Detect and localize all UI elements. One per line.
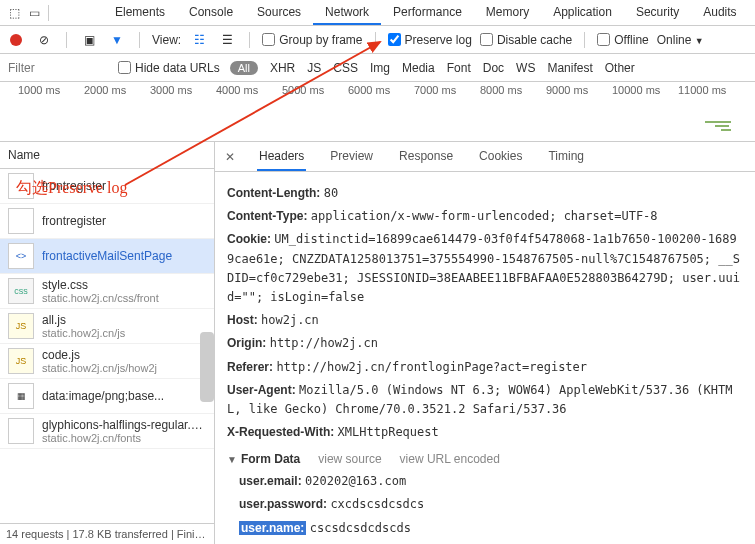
file-domain: static.how2j.cn/js bbox=[42, 327, 125, 339]
file-name: code.js bbox=[42, 348, 157, 362]
filter-type-js[interactable]: JS bbox=[307, 61, 321, 75]
form-data-section[interactable]: ▼Form Data bbox=[227, 452, 300, 466]
request-row[interactable]: JSall.jsstatic.how2j.cn/js bbox=[0, 309, 214, 344]
detail-tab-headers[interactable]: Headers bbox=[257, 143, 306, 171]
status-bar: 14 requests | 17.8 KB transferred | Fini… bbox=[0, 523, 214, 544]
separator bbox=[584, 32, 585, 48]
timeline-tick: 11000 ms bbox=[678, 84, 744, 96]
file-type-icon bbox=[8, 208, 34, 234]
timeline-tick: 9000 ms bbox=[546, 84, 612, 96]
file-type-icon: css bbox=[8, 278, 34, 304]
disable-cache-checkbox[interactable]: Disable cache bbox=[480, 33, 572, 47]
filter-type-css[interactable]: CSS bbox=[333, 61, 358, 75]
timeline-tick: 3000 ms bbox=[150, 84, 216, 96]
inspect-icon[interactable]: ⬚ bbox=[4, 3, 24, 23]
timeline-tick: 8000 ms bbox=[480, 84, 546, 96]
filter-type-manifest[interactable]: Manifest bbox=[547, 61, 592, 75]
file-type-icon bbox=[8, 418, 34, 444]
form-data-entry: user.name: cscsdcsdcdscds bbox=[239, 519, 743, 538]
scrollbar[interactable] bbox=[200, 332, 214, 402]
filter-toggle-icon[interactable]: ▼ bbox=[107, 30, 127, 50]
devtools-tab-bar: ⬚ ▭ ElementsConsoleSourcesNetworkPerform… bbox=[0, 0, 755, 26]
filter-input[interactable] bbox=[8, 61, 108, 75]
file-domain: static.how2j.cn/js/how2j bbox=[42, 362, 157, 374]
file-type-icon: JS bbox=[8, 313, 34, 339]
tab-audits[interactable]: Audits bbox=[691, 1, 748, 25]
file-name: data:image/png;base... bbox=[42, 389, 164, 403]
request-row[interactable]: glyphicons-halflings-regular.wofstatic.h… bbox=[0, 414, 214, 449]
throttling-select[interactable]: Online ▼ bbox=[657, 33, 704, 47]
timeline-tick: 1000 ms bbox=[18, 84, 84, 96]
file-name: all.js bbox=[42, 313, 125, 327]
tab-sources[interactable]: Sources bbox=[245, 1, 313, 25]
record-button[interactable] bbox=[6, 30, 26, 50]
form-data-entry: user.email: 020202@163.com bbox=[239, 472, 743, 491]
filter-type-img[interactable]: Img bbox=[370, 61, 390, 75]
preserve-log-checkbox[interactable]: Preserve log bbox=[388, 33, 472, 47]
timeline-tick: 10000 ms bbox=[612, 84, 678, 96]
header-entry: X-Requested-With: XMLHttpRequest bbox=[227, 423, 743, 442]
header-entry: User-Agent: Mozilla/5.0 (Windows NT 6.3;… bbox=[227, 381, 743, 419]
timeline-overview[interactable]: 1000 ms2000 ms3000 ms4000 ms5000 ms6000 … bbox=[0, 82, 755, 142]
file-name: frontregister bbox=[42, 179, 106, 193]
timeline-bars bbox=[705, 119, 731, 133]
device-toggle-icon[interactable]: ▭ bbox=[24, 3, 44, 23]
close-detail-icon[interactable]: ✕ bbox=[221, 150, 239, 164]
tab-memory[interactable]: Memory bbox=[474, 1, 541, 25]
file-name: glyphicons-halflings-regular.wof bbox=[42, 418, 206, 432]
detail-tab-preview[interactable]: Preview bbox=[328, 143, 375, 171]
tab-network[interactable]: Network bbox=[313, 1, 381, 25]
timeline-tick: 2000 ms bbox=[84, 84, 150, 96]
view-label: View: bbox=[152, 33, 181, 47]
request-row[interactable]: JScode.jsstatic.how2j.cn/js/how2j bbox=[0, 344, 214, 379]
large-rows-icon[interactable]: ☷ bbox=[189, 30, 209, 50]
headers-panel: Content-Length: 80Content-Type: applicat… bbox=[215, 172, 755, 544]
tab-elements[interactable]: Elements bbox=[103, 1, 177, 25]
file-type-icon: JS bbox=[8, 348, 34, 374]
filter-type-doc[interactable]: Doc bbox=[483, 61, 504, 75]
offline-checkbox[interactable]: Offline bbox=[597, 33, 648, 47]
tab-performance[interactable]: Performance bbox=[381, 1, 474, 25]
detail-tab-response[interactable]: Response bbox=[397, 143, 455, 171]
request-row[interactable]: frontregister bbox=[0, 169, 214, 204]
waterfall-icon[interactable]: ☰ bbox=[217, 30, 237, 50]
filter-type-all[interactable]: All bbox=[230, 61, 258, 75]
timeline-tick: 5000 ms bbox=[282, 84, 348, 96]
tab-application[interactable]: Application bbox=[541, 1, 624, 25]
name-column-header[interactable]: Name bbox=[0, 142, 214, 169]
request-row[interactable]: ▦data:image/png;base... bbox=[0, 379, 214, 414]
header-entry: Host: how2j.cn bbox=[227, 311, 743, 330]
header-entry: Referer: http://how2j.cn/frontloginPage?… bbox=[227, 358, 743, 377]
capture-screenshot-icon[interactable]: ▣ bbox=[79, 30, 99, 50]
clear-icon[interactable]: ⊘ bbox=[34, 30, 54, 50]
filter-type-media[interactable]: Media bbox=[402, 61, 435, 75]
tab-security[interactable]: Security bbox=[624, 1, 691, 25]
timeline-tick: 6000 ms bbox=[348, 84, 414, 96]
group-by-frame-checkbox[interactable]: Group by frame bbox=[262, 33, 362, 47]
tab-console[interactable]: Console bbox=[177, 1, 245, 25]
view-source-link[interactable]: view source bbox=[318, 452, 381, 466]
request-row[interactable]: <>frontactiveMailSentPage bbox=[0, 239, 214, 274]
file-name: frontactiveMailSentPage bbox=[42, 249, 172, 263]
timeline-tick: 4000 ms bbox=[216, 84, 282, 96]
detail-tab-timing[interactable]: Timing bbox=[546, 143, 586, 171]
file-name: frontregister bbox=[42, 214, 106, 228]
file-domain: static.how2j.cn/fonts bbox=[42, 432, 206, 444]
filter-type-other[interactable]: Other bbox=[605, 61, 635, 75]
file-type-icon bbox=[8, 173, 34, 199]
detail-tab-cookies[interactable]: Cookies bbox=[477, 143, 524, 171]
network-toolbar: ⊘ ▣ ▼ View: ☷ ☰ Group by frame Preserve … bbox=[0, 26, 755, 54]
separator bbox=[249, 32, 250, 48]
header-entry: Content-Length: 80 bbox=[227, 184, 743, 203]
file-type-icon: <> bbox=[8, 243, 34, 269]
request-row[interactable]: cssstyle.cssstatic.how2j.cn/css/front bbox=[0, 274, 214, 309]
form-data-entry: user.password: cxcdscsdcsdcs bbox=[239, 495, 743, 514]
filter-type-ws[interactable]: WS bbox=[516, 61, 535, 75]
request-row[interactable]: frontregister bbox=[0, 204, 214, 239]
separator bbox=[139, 32, 140, 48]
filter-type-xhr[interactable]: XHR bbox=[270, 61, 295, 75]
header-entry: Cookie: UM_distinctid=16899cae614479-03f… bbox=[227, 230, 743, 307]
filter-type-font[interactable]: Font bbox=[447, 61, 471, 75]
view-url-encoded-link[interactable]: view URL encoded bbox=[400, 452, 500, 466]
hide-data-urls-checkbox[interactable]: Hide data URLs bbox=[118, 61, 220, 75]
